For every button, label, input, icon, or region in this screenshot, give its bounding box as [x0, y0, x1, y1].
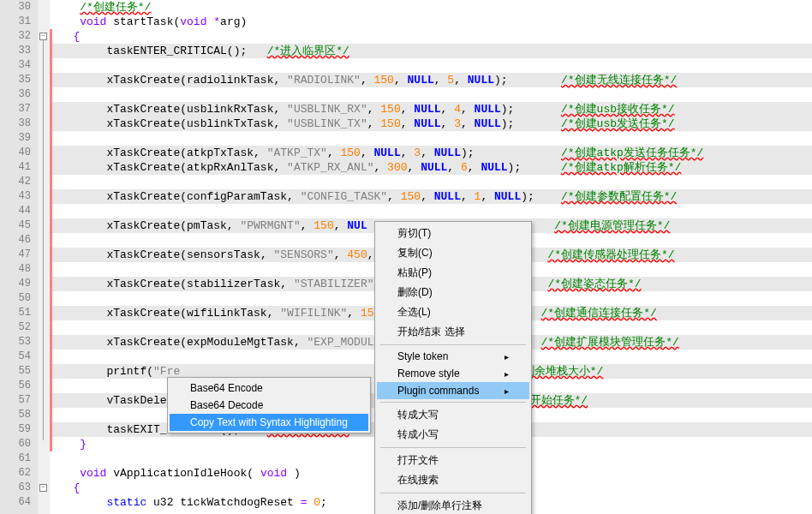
menu-item-label: 添加/删除单行注释 [397, 499, 482, 513]
line-number: 54 [0, 350, 31, 364]
menu-item-label: Copy Text with Syntax Highlighting [190, 416, 348, 428]
code-line[interactable]: taskENTER_CRITICAL(); /*进入临界区*/ [50, 44, 812, 58]
menu-item-label: 粘贴(P) [397, 266, 432, 280]
line-number: 56 [0, 379, 31, 393]
line-number: 34 [0, 58, 31, 73]
line-number: 43 [0, 189, 31, 204]
menu-item[interactable]: 开始/结束 选择 [377, 322, 529, 342]
line-number: 51 [0, 306, 31, 320]
menu-separator [380, 402, 526, 403]
code-line[interactable]: /*创建任务*/ [50, 0, 812, 15]
menu-separator [380, 493, 526, 493]
code-line[interactable]: xTaskCreate(atkpTxTask, "ATKP_TX", 150, … [50, 146, 812, 160]
code-line[interactable]: xTaskCreate(usblinkTxTask, "USBLINK_TX",… [50, 117, 812, 131]
line-number: 30 [0, 0, 31, 15]
menu-item-label: 全选(L) [397, 305, 431, 320]
menu-item-label: 复制(C) [397, 246, 433, 260]
menu-item-label: Base64 Encode [190, 382, 263, 394]
line-number: 50 [0, 291, 31, 306]
code-line[interactable] [50, 58, 812, 73]
menu-item[interactable]: 打开文件 [377, 451, 529, 470]
line-number: 48 [0, 262, 31, 277]
code-line[interactable]: xTaskCreate(configParamTask, "CONFIG_TAS… [50, 189, 812, 204]
line-number: 57 [0, 393, 31, 408]
line-number: 46 [0, 233, 31, 248]
line-number: 45 [0, 218, 31, 233]
line-number: 47 [0, 248, 31, 262]
menu-item[interactable]: Remove style▸ [377, 365, 529, 382]
fold-toggle-icon[interactable]: − [39, 33, 47, 40]
line-number: 59 [0, 422, 31, 437]
menu-item-label: Style token [397, 350, 448, 362]
menu-item[interactable]: 转成大写 [377, 405, 529, 425]
chevron-right-icon: ▸ [505, 369, 509, 379]
line-number: 36 [0, 87, 31, 102]
line-number: 38 [0, 117, 31, 131]
code-line[interactable] [50, 131, 812, 146]
menu-item[interactable]: 删除(D) [377, 283, 529, 302]
menu-item-label: Remove style [397, 368, 460, 380]
code-line[interactable] [50, 87, 812, 102]
code-line[interactable] [50, 204, 812, 218]
line-number: 31 [0, 15, 31, 29]
line-number: 64 [0, 495, 31, 510]
code-line[interactable]: { [50, 29, 812, 44]
menu-item-label: 开始/结束 选择 [397, 325, 465, 339]
fold-column[interactable]: −− [38, 0, 50, 514]
line-number: 63 [0, 481, 31, 495]
menu-item[interactable]: Base64 Decode [170, 397, 368, 414]
code-line[interactable]: void startTask(void *arg) [50, 15, 812, 29]
line-number: 44 [0, 204, 31, 218]
code-line[interactable]: xTaskCreate(usblinkRxTask, "USBLINK_RX",… [50, 102, 812, 117]
chevron-right-icon: ▸ [505, 386, 509, 396]
line-number: 35 [0, 73, 31, 87]
menu-item-label: 剪切(T) [397, 226, 431, 241]
line-number: 58 [0, 408, 31, 422]
menu-item[interactable]: 在线搜索 [377, 470, 529, 490]
line-number: 52 [0, 320, 31, 335]
menu-item-label: 删除(D) [397, 285, 433, 300]
line-number: 62 [0, 466, 31, 481]
code-line[interactable]: xTaskCreate(atkpRxAnlTask, "ATKP_RX_ANL"… [50, 160, 812, 175]
menu-item[interactable]: Plugin commands▸ [377, 382, 529, 399]
menu-item-label: 打开文件 [397, 453, 439, 468]
line-number: 37 [0, 102, 31, 117]
menu-item[interactable]: 复制(C) [377, 243, 529, 263]
line-number: 40 [0, 146, 31, 160]
menu-item[interactable]: 剪切(T) [377, 224, 529, 243]
line-number: 49 [0, 277, 31, 291]
context-menu: 剪切(T)复制(C)粘贴(P)删除(D)全选(L)开始/结束 选择Style t… [374, 221, 532, 514]
line-number: 39 [0, 131, 31, 146]
menu-item-label: 在线搜索 [397, 473, 439, 487]
menu-item-label: 转成小写 [397, 427, 439, 442]
line-number: 42 [0, 175, 31, 189]
menu-item[interactable]: 添加/删除单行注释 [377, 496, 529, 514]
menu-item[interactable]: Style token▸ [377, 348, 529, 365]
line-number: 33 [0, 44, 31, 58]
line-number-gutter: 3031323334353637383940414243444546474849… [0, 0, 38, 514]
menu-separator [380, 447, 526, 448]
menu-separator [380, 344, 526, 345]
menu-item-label: Plugin commands [397, 385, 479, 397]
line-number: 53 [0, 335, 31, 350]
line-number: 55 [0, 364, 31, 379]
chevron-right-icon: ▸ [505, 352, 509, 362]
menu-item[interactable]: Base64 Encode [170, 380, 368, 397]
line-number: 60 [0, 437, 31, 451]
menu-item[interactable]: Copy Text with Syntax Highlighting [170, 414, 368, 431]
line-number: 32 [0, 29, 31, 44]
code-line[interactable] [50, 175, 812, 189]
code-line[interactable]: xTaskCreate(radiolinkTask, "RADIOLINK", … [50, 73, 812, 87]
line-number: 61 [0, 451, 31, 466]
menu-item-label: 转成大写 [397, 408, 439, 422]
plugin-commands-submenu: Base64 EncodeBase64 DecodeCopy Text with… [167, 377, 371, 433]
menu-item[interactable]: 转成小写 [377, 425, 529, 445]
fold-toggle-icon[interactable]: − [39, 484, 47, 492]
menu-item[interactable]: 全选(L) [377, 302, 529, 322]
menu-item-label: Base64 Decode [190, 399, 263, 411]
menu-item[interactable]: 粘贴(P) [377, 263, 529, 283]
line-number: 41 [0, 160, 31, 175]
